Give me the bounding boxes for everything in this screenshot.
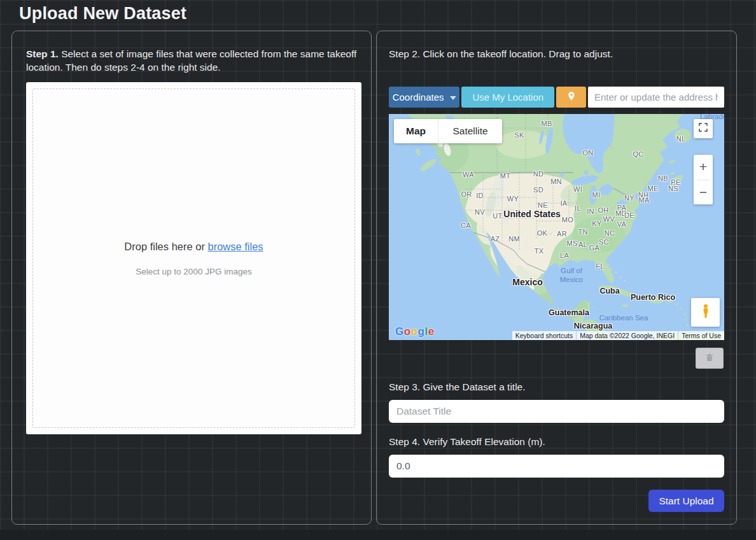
step3-instructions: Step 3. Give the Dataset a title. [389,380,526,394]
map-data-text: Map data ©2022 Google, INEGI [577,331,678,340]
step1-panel: Step 1. Select a set of image files that… [11,31,372,525]
map-view-button[interactable]: Map [394,119,438,143]
step2-instructions: Step 2. Click on the takeoff location. D… [389,47,726,60]
pegman-button[interactable] [691,298,720,327]
location-pin-icon [566,91,577,103]
dataset-title-input[interactable] [389,400,724,423]
zoom-control: + − [694,155,713,204]
file-dropzone[interactable]: Drop files here or browse files Select u… [26,82,361,434]
step4-instructions: Step 4. Verify Takeoff Elevation (m). [389,435,545,448]
address-input[interactable] [588,87,724,108]
map-type-control: Map Satellite [394,119,502,143]
map-canvas [389,114,724,340]
pegman-icon [699,303,713,322]
coordinates-dropdown-button[interactable]: Coordinates [389,87,459,108]
start-upload-button[interactable]: Start Upload [648,490,724,512]
satellite-view-button[interactable]: Satellite [438,119,502,143]
zoom-out-button[interactable]: − [694,180,713,205]
terms-of-use-link[interactable]: Terms of Use [678,331,724,340]
geo-toolbar: Coordinates Use My Location [389,87,724,108]
google-map[interactable]: MBSKONQCNLNBPENSMENHMANYWAMTNDMNWIMIORID… [389,114,724,340]
page-title: Upload New Dataset [19,4,186,24]
keyboard-shortcuts-link[interactable]: Keyboard shortcuts [512,331,576,340]
upload-new-dataset-page: { "title": "Upload New Dataset", "colors… [0,0,756,540]
map-attribution: Keyboard shortcuts Map data ©2022 Google… [512,331,724,340]
trash-icon [705,353,714,364]
step1-text: Select a set of image files that were co… [26,48,356,73]
browse-files-link[interactable]: browse files [208,241,263,252]
fullscreen-icon [697,122,709,136]
zoom-in-button[interactable]: + [694,155,713,180]
use-my-location-button[interactable]: Use My Location [461,87,554,108]
place-pin-button[interactable] [556,87,586,108]
chevron-down-icon [450,96,456,100]
google-logo[interactable]: Google [395,325,435,338]
bottom-edge-band [0,530,756,540]
elevation-input[interactable] [389,455,724,478]
step1-prefix: Step 1. [26,48,59,59]
drop-files-text: Drop files here or [124,241,207,252]
step1-instructions: Step 1. Select a set of image files that… [26,47,362,74]
coordinates-label: Coordinates [393,92,444,103]
dropzone-hint: Select up to 2000 JPG images [136,267,251,276]
dropzone-main-text: Drop files here or browse files [124,241,263,253]
delete-marker-button[interactable] [696,348,724,369]
location-panel: Step 2. Click on the takeoff location. D… [376,31,737,525]
fullscreen-button[interactable] [694,119,713,138]
